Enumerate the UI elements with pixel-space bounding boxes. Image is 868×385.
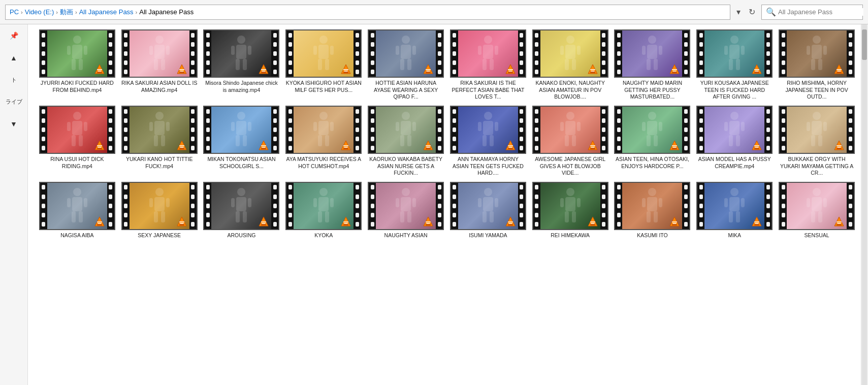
svg-point-170 (648, 112, 656, 120)
scrollbar-track[interactable] (862, 24, 867, 385)
video-item[interactable]: RIHO MISHIMA, HORNY JAPANESE TEEN IN POV… (778, 29, 856, 101)
sidebar-item-chevron-down[interactable]: ▼ (3, 118, 25, 130)
breadcrumb-item-pc[interactable]: PC (10, 8, 19, 16)
svg-rect-111 (154, 121, 165, 135)
scrollbar-thumb[interactable] (862, 29, 867, 60)
vlc-cone-icon (505, 140, 516, 151)
film-hole (684, 213, 688, 217)
film-hole (849, 146, 852, 150)
video-item[interactable]: KANAKO ENOKI, NAUGHTY ASIAN AMATEUR IN P… (531, 29, 609, 101)
film-hole (206, 118, 210, 123)
film-hole (109, 195, 112, 199)
svg-rect-124 (231, 122, 235, 131)
address-controls: ▾ ↻ (733, 5, 758, 19)
sidebar-item-chevron-up[interactable]: ▲ (3, 52, 25, 64)
svg-rect-245 (412, 198, 416, 207)
video-item[interactable]: KASUMI ITO (614, 182, 692, 239)
svg-rect-185 (741, 122, 745, 131)
film-hole (109, 60, 112, 65)
film-hole (782, 222, 785, 227)
sidebar-item-t[interactable]: ト (3, 74, 25, 86)
dropdown-button[interactable]: ▾ (733, 5, 744, 19)
video-label: NAUGHTY MAID MARIN GETTING HER PUSSY MAS… (614, 80, 690, 101)
video-item[interactable]: KAORUKO WAKABA BABETY ASIAN NURSE GETS A… (367, 106, 445, 177)
video-item[interactable]: AYA MATSUYUKI RECEIVES A HOT CUMSHOT.mp4 (284, 106, 363, 177)
breadcrumb[interactable]: PC › Video (E:) › 動画 › All Japanese Pass… (5, 5, 730, 20)
video-label: MIKAN TOKONATSU ASIAN SCHOOLGIRL S... (203, 156, 279, 170)
film-holes-left (615, 107, 622, 153)
thumbnail-frame (532, 106, 608, 154)
video-item[interactable]: Misora Shindo Japanese chick is amazing.… (203, 29, 281, 101)
video-item[interactable]: RIKA SAKURAI IS THE PERFECT ASIAN BABE T… (449, 29, 527, 101)
film-hole (206, 213, 210, 217)
video-item[interactable]: YURI KOUSAKA JAPANESE TEEN IS FUCKED HAR… (695, 29, 774, 101)
film-holes-left (286, 30, 294, 77)
film-hole (124, 222, 127, 227)
video-item[interactable]: AROUSING (203, 182, 281, 239)
video-item[interactable]: ISUMI YAMADA (449, 182, 527, 239)
video-item[interactable]: NAUGHTY MAID MARIN GETTING HER PUSSY MAS… (614, 29, 692, 101)
film-holes-right (764, 30, 771, 77)
video-item[interactable]: ASIAN TEEN, HINA OTOSAKI, ENJOYS HARDCOR… (614, 106, 692, 177)
video-item[interactable]: BUKKAKE ORGY WITH YUKARI MAYAMA GETTING … (778, 106, 856, 177)
video-item[interactable]: SENSUAL (778, 182, 856, 239)
breadcrumb-item-folder[interactable]: 動画 (60, 8, 73, 17)
film-hole (617, 60, 621, 65)
film-hole (535, 60, 538, 65)
film-hole (438, 146, 441, 150)
film-hole (520, 109, 523, 114)
film-hole (109, 70, 112, 74)
video-item[interactable]: MIKA (695, 182, 774, 239)
film-hole (42, 204, 45, 208)
video-item[interactable]: ASIAN MODEL HAS A PUSSY CREAMPIE.mp4 (695, 106, 774, 177)
video-item[interactable]: KYOKA ISHIGURO HOT ASIAN MILF GETS HER P… (284, 29, 363, 101)
video-item[interactable]: HOTTIE ASIAN HARUNA AYASE WEARING A SEXY… (367, 29, 445, 101)
video-item[interactable]: JYURRI AOKI FUCKED HARD FROM BEHIND.mp4 (38, 29, 116, 101)
search-input[interactable] (778, 8, 863, 16)
film-hole (371, 42, 374, 47)
video-item[interactable]: ANN TAKAMAYA HORNY ASIAN TEEN GETS FUCKE… (449, 106, 527, 177)
film-hole (849, 118, 852, 123)
film-hole (782, 185, 785, 189)
breadcrumb-item-drive[interactable]: Video (E:) (25, 8, 54, 16)
film-hole (356, 33, 359, 38)
film-hole (288, 33, 292, 38)
video-item[interactable]: MIKAN TOKONATSU ASIAN SCHOOLGIRL S... (203, 106, 281, 177)
thumbnail-frame (779, 29, 855, 78)
thumbnail-frame (450, 106, 526, 154)
video-item[interactable]: AWESOME JAPANESE GIRL GIVES A HOT BLOWJO… (531, 106, 609, 177)
breadcrumb-item-parent[interactable]: All Japanese Pass (79, 8, 134, 16)
video-label: RIKA SAKURAI IS THE PERFECT ASIAN BABE T… (450, 80, 526, 101)
scrollbar-area[interactable] (861, 24, 868, 385)
film-hole (782, 60, 785, 65)
svg-rect-187 (754, 148, 759, 149)
video-item[interactable]: NAGISA AIBA (38, 182, 116, 239)
film-hole (699, 146, 703, 150)
film-hole (699, 109, 703, 114)
video-item[interactable]: REI HIMEKAWA (531, 182, 609, 239)
refresh-button[interactable]: ↻ (746, 5, 758, 19)
film-hole (42, 146, 45, 150)
figure-silhouette (147, 111, 172, 149)
film-hole (453, 51, 456, 56)
video-item[interactable]: RINA USUI HOT DICK RIDING.mp4 (38, 106, 116, 177)
svg-rect-13 (161, 59, 165, 70)
film-hole (453, 127, 456, 132)
film-hole (124, 195, 127, 199)
search-box[interactable]: 🔍 (761, 5, 863, 20)
film-hole (782, 127, 785, 132)
sidebar-item-live[interactable]: ライブ (3, 96, 25, 108)
film-hole (273, 118, 277, 123)
film-holes-right (518, 183, 525, 229)
video-item[interactable]: YUKARI KANO HOT TITTIE FUCK!.mp4 (120, 106, 199, 177)
film-hole (288, 109, 292, 114)
film-hole (438, 60, 441, 65)
film-hole (520, 118, 523, 123)
video-item[interactable]: KYOKA (284, 182, 363, 239)
thumbnail-frame (450, 29, 526, 78)
video-item[interactable]: NAUGHTY ASIAN (367, 182, 445, 239)
video-item[interactable]: SEXY JAPANESE (120, 182, 199, 239)
film-hole (849, 222, 852, 227)
video-label: ASIAN MODEL HAS A PUSSY CREAMPIE.mp4 (696, 156, 773, 170)
video-item[interactable]: RIKA SAKURAI ASIAN DOLL IS AMAZING.mp4 (120, 29, 199, 101)
